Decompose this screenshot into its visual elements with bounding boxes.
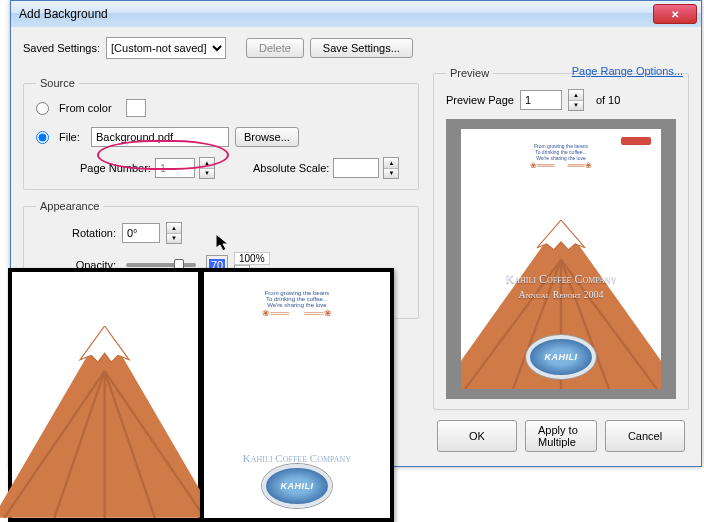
opacity-tooltip: 100% — [234, 252, 270, 265]
preview-fieldset: Preview Preview Page ▲▼ of 10 From growi… — [433, 67, 689, 410]
file-label: File: — [59, 131, 85, 143]
appearance-legend: Appearance — [36, 200, 103, 212]
source-legend: Source — [36, 77, 79, 89]
ok-button[interactable]: OK — [437, 420, 517, 452]
saved-settings-label: Saved Settings: — [23, 42, 100, 54]
file-field[interactable] — [91, 127, 229, 147]
preview-legend: Preview — [446, 67, 493, 79]
absolute-scale-label: Absolute Scale: — [253, 162, 329, 174]
thumbnail-title: Kahili Coffee Company — [204, 452, 390, 464]
delete-button[interactable]: Delete — [246, 38, 304, 58]
page-number-label: Page Number: — [80, 162, 151, 174]
close-icon[interactable]: ✕ — [653, 4, 697, 24]
preview-page: From growing the beans To drinking the c… — [461, 129, 661, 389]
preview-page-label: Preview Page — [446, 94, 514, 106]
preview-page-spinner[interactable]: ▲▼ — [568, 89, 584, 111]
overlay-thumbnail-mountain — [8, 268, 202, 522]
absolute-scale-field[interactable] — [333, 158, 379, 178]
preview-page-field[interactable] — [520, 90, 562, 110]
from-color-label: From color — [59, 102, 112, 114]
absolute-scale-spinner[interactable]: ▲▼ — [383, 157, 399, 179]
kahili-badge: KAHILI — [526, 335, 596, 379]
page-number-spinner[interactable]: ▲▼ — [199, 157, 215, 179]
page-number-field[interactable] — [155, 158, 195, 178]
saved-settings-combo[interactable]: [Custom-not saved] — [106, 37, 226, 59]
save-settings-button[interactable]: Save Settings... — [310, 38, 413, 58]
titlebar[interactable]: Add Background ✕ — [11, 1, 701, 27]
preview-page-of: of 10 — [596, 94, 620, 106]
rotation-spinner[interactable]: ▲▼ — [166, 222, 182, 244]
browse-button[interactable]: Browse... — [235, 127, 299, 147]
rotation-label: Rotation: — [36, 227, 116, 239]
preview-title: Kahili Coffee Company Annual Report 2004 — [461, 272, 661, 300]
opacity-slider[interactable] — [126, 263, 196, 267]
page-range-options-link[interactable]: Page Range Options... — [572, 65, 683, 77]
file-radio[interactable] — [36, 131, 49, 144]
cancel-button[interactable]: Cancel — [605, 420, 685, 452]
rotation-field[interactable] — [122, 223, 160, 243]
apply-to-multiple-button[interactable]: Apply to Multiple — [525, 420, 597, 452]
preview-tagline: From growing the beans To drinking the c… — [461, 143, 661, 170]
color-swatch[interactable] — [126, 99, 146, 117]
from-color-radio[interactable] — [36, 102, 49, 115]
bottom-button-row: OK Apply to Multiple Cancel — [433, 410, 689, 452]
source-fieldset: Source From color File: Browse... — [23, 77, 419, 190]
window-title: Add Background — [19, 7, 108, 21]
thumbnail-badge: KAHILI — [262, 464, 332, 508]
overlay-thumbnail-report: From growing the beans To drinking the c… — [200, 268, 394, 522]
saved-settings-row: Saved Settings: [Custom-not saved] Delet… — [23, 37, 689, 59]
preview-surface: From growing the beans To drinking the c… — [446, 119, 676, 399]
